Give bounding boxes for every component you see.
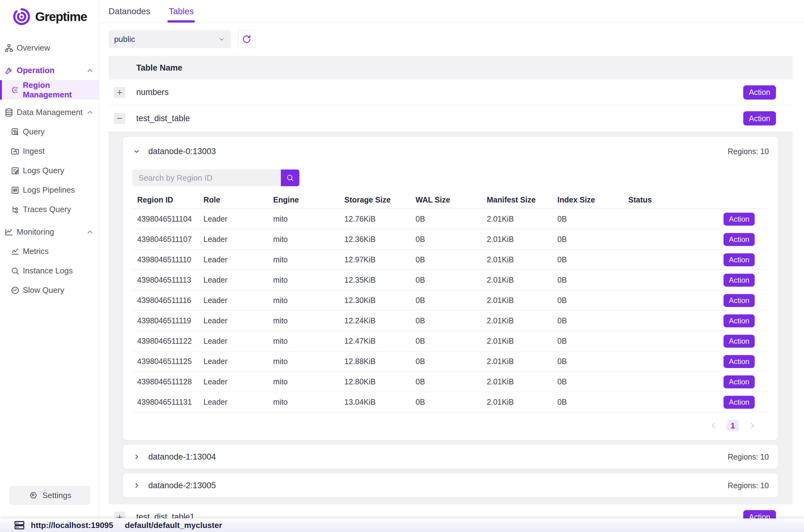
region-search-button[interactable]: [281, 170, 299, 186]
sidebar-item-label: Ingest: [23, 147, 45, 156]
index-size-cell: 0B: [557, 276, 628, 285]
region-table-body: 4398046511104 Leader mito 12.76KiB 0B 2.…: [132, 209, 769, 413]
greptime-logo-icon: [12, 7, 31, 26]
table-name: test_dist_table: [136, 114, 190, 123]
sidebar-item-overview[interactable]: Overview: [0, 38, 99, 58]
datanode-1-header[interactable]: datanode-1:13004 Regions: 10: [123, 445, 778, 469]
region-action-cell: Action: [723, 233, 769, 246]
expand-button[interactable]: [114, 87, 125, 98]
wal-size-cell: 0B: [416, 398, 487, 406]
pagination: 1: [132, 413, 769, 440]
current-page[interactable]: 1: [727, 420, 739, 432]
table-name: numbers: [136, 88, 169, 97]
role-cell: Leader: [204, 316, 273, 325]
chevron-up-icon: [86, 66, 94, 75]
next-page-icon[interactable]: [748, 421, 757, 430]
region-id-cell: 4398046511119: [132, 316, 204, 325]
role-cell: Leader: [204, 255, 273, 264]
sidebar-item-traces-query[interactable]: Traces Query: [0, 200, 99, 219]
datanode-0-header[interactable]: datanode-0:13003 Regions: 10: [123, 137, 778, 163]
sidebar-item-query[interactable]: Query: [0, 122, 99, 141]
table-name-header-label: Table Name: [136, 63, 183, 73]
region-action-button[interactable]: Action: [724, 315, 755, 327]
region-id-cell: 4398046511128: [132, 377, 204, 386]
region-action-button[interactable]: Action: [724, 355, 755, 368]
engine-cell: mito: [273, 337, 344, 345]
refresh-button[interactable]: [238, 31, 255, 48]
column-header: Role: [204, 195, 273, 204]
chevron-right-icon: [132, 453, 141, 461]
manifest-size-cell: 2.01KiB: [487, 398, 557, 406]
region-action-button[interactable]: Action: [724, 274, 755, 287]
sidebar-item-label: Logs Pipelines: [23, 185, 75, 195]
collapse-button[interactable]: [114, 113, 125, 124]
region-id-cell: 4398046511116: [132, 296, 204, 305]
sidebar-item-label: Slow Query: [23, 285, 64, 295]
storage-size-cell: 12.97KiB: [344, 255, 416, 264]
sidebar-item-label: Instance Logs: [23, 266, 73, 276]
region-action-button[interactable]: Action: [724, 396, 755, 409]
sidebar-item-instance-logs[interactable]: Instance Logs: [0, 261, 99, 281]
schema-select[interactable]: public: [109, 30, 231, 48]
table-action-button[interactable]: Action: [743, 86, 776, 99]
column-header: Region ID: [132, 195, 204, 204]
region-action-cell: Action: [723, 294, 769, 307]
sidebar-item-ingest[interactable]: Ingest: [0, 141, 99, 161]
wal-size-cell: 0B: [416, 255, 487, 264]
storage-size-cell: 13.04KiB: [344, 398, 416, 406]
index-size-cell: 0B: [557, 357, 628, 366]
brand-logo: Greptime: [0, 0, 99, 28]
region-action-cell: Action: [723, 315, 769, 327]
index-size-cell: 0B: [557, 296, 628, 305]
engine-cell: mito: [273, 316, 344, 325]
chevron-down-icon: [132, 147, 141, 156]
column-header: WAL Size: [416, 195, 487, 204]
region-action-button[interactable]: Action: [724, 376, 755, 388]
datanode-card: datanode-0:13003 Regions: 10: [123, 137, 778, 440]
region-action-button[interactable]: Action: [724, 253, 755, 266]
region-action-button[interactable]: Action: [724, 233, 755, 246]
prev-page-icon[interactable]: [709, 421, 718, 430]
region-search-input[interactable]: [132, 170, 281, 186]
table-action-button[interactable]: Action: [743, 111, 776, 126]
datanode-2-header[interactable]: datanode-2:13005 Regions: 10: [123, 473, 778, 497]
storage-size-cell: 12.47KiB: [344, 337, 416, 345]
index-size-cell: 0B: [557, 377, 628, 386]
index-size-cell: 0B: [557, 337, 628, 345]
engine-cell: mito: [273, 214, 344, 224]
column-header: Storage Size: [344, 195, 416, 204]
region-table: Region ID Role Engine Storage Size WAL S…: [132, 191, 769, 440]
role-cell: Leader: [204, 214, 273, 224]
main-content: Datanodes Tables public Table Name: [99, 0, 804, 532]
region-action-cell: Action: [723, 253, 769, 266]
role-cell: Leader: [204, 398, 273, 406]
region-table-row: 4398046511131 Leader mito 13.04KiB 0B 2.…: [132, 392, 769, 413]
tab-datanodes[interactable]: Datanodes: [109, 0, 150, 22]
sidebar-item-operation[interactable]: Operation: [0, 61, 99, 80]
settings-button[interactable]: Settings: [9, 486, 90, 505]
metrics-chart-icon: [10, 247, 20, 256]
tab-tables[interactable]: Tables: [169, 0, 194, 22]
sidebar-item-slow-query[interactable]: Slow Query: [0, 281, 99, 300]
sidebar-item-label: Metrics: [23, 247, 49, 256]
engine-cell: mito: [273, 398, 344, 406]
wrench-icon: [4, 66, 14, 76]
region-action-button[interactable]: Action: [724, 213, 755, 226]
region-table-header: Region ID Role Engine Storage Size WAL S…: [132, 191, 769, 209]
sidebar-item-data-management[interactable]: Data Management: [0, 103, 99, 122]
sidebar-item-label: Overview: [17, 43, 50, 53]
plus-icon: [116, 89, 123, 96]
sidebar-item-region-management[interactable]: Region Management: [0, 80, 99, 99]
region-action-button[interactable]: Action: [724, 335, 755, 348]
sidebar-item-metrics[interactable]: Metrics: [0, 242, 99, 261]
sidebar-item-logs-pipelines[interactable]: Logs Pipelines: [0, 180, 99, 200]
engine-cell: mito: [273, 255, 344, 264]
sidebar-item-logs-query[interactable]: Logs Query: [0, 161, 99, 180]
toolbar: public: [99, 23, 804, 48]
tables-panel: Table Name numbers Action test_dist_tabl…: [109, 56, 792, 530]
region-action-cell: Action: [723, 335, 769, 348]
sidebar-item-monitoring[interactable]: Monitoring: [0, 222, 99, 242]
region-action-button[interactable]: Action: [724, 294, 755, 307]
regions-count: Regions: 10: [728, 453, 769, 461]
cluster-name: default/default_mycluster: [125, 520, 222, 530]
